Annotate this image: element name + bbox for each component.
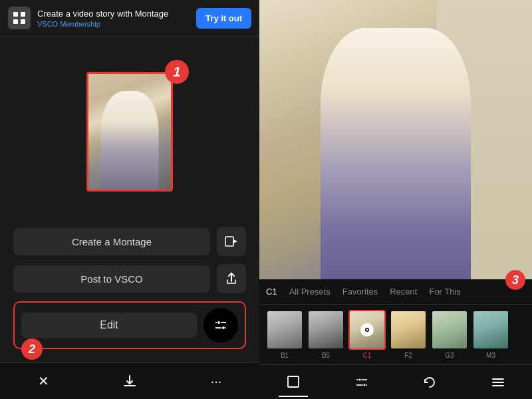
filter-f2[interactable]: F2	[390, 310, 427, 359]
svg-marker-5	[233, 239, 237, 243]
banner-subtitle: VSCO Membership	[37, 20, 190, 28]
right-bottom-bar	[259, 364, 532, 399]
filter-c1-label: C1	[363, 352, 372, 359]
filter-b5-thumb	[307, 310, 344, 350]
svg-rect-2	[13, 19, 18, 24]
tab-favorites[interactable]: Favorites	[342, 284, 378, 299]
svg-rect-0	[13, 12, 18, 17]
tab-c1[interactable]: C1	[266, 284, 277, 299]
try-it-out-button[interactable]: Try it out	[196, 8, 251, 29]
filter-c1[interactable]: C1	[348, 310, 386, 359]
create-montage-row: Create a Montage	[13, 227, 246, 256]
filter-m3-thumb	[472, 310, 509, 350]
edit-button[interactable]: Edit	[21, 313, 197, 338]
post-vsco-button[interactable]: Post to VSCO	[13, 265, 210, 293]
filter-c1-selected-icon	[360, 323, 374, 336]
banner-title: Create a video story with Montage	[37, 9, 190, 19]
download-button[interactable]	[115, 366, 144, 396]
filter-g3-inner	[432, 311, 467, 348]
filter-f2-inner	[391, 311, 426, 348]
filter-b1-inner	[267, 311, 302, 348]
edit-row: 2 Edit	[13, 301, 246, 349]
right-panel: 3 C1 All Presets Favorites Recent For Th…	[259, 0, 532, 399]
tab-for-this[interactable]: For This	[429, 284, 460, 299]
more-icon: ···	[211, 374, 222, 389]
svg-point-9	[222, 327, 225, 330]
svg-point-11	[366, 329, 368, 331]
filter-m3[interactable]: M3	[472, 310, 509, 359]
tool-menu-button[interactable]	[483, 368, 513, 397]
edit-sliders-button[interactable]	[203, 308, 238, 342]
create-montage-icon-button[interactable]	[217, 227, 246, 256]
post-vsco-icon-button[interactable]	[217, 264, 246, 293]
banner-text-block: Create a video story with Montage VSCO M…	[37, 9, 190, 28]
tab-all-presets[interactable]: All Presets	[289, 284, 331, 299]
create-montage-button[interactable]: Create a Montage	[13, 228, 210, 255]
main-photo	[259, 0, 532, 279]
tool-history-button[interactable]	[415, 368, 444, 397]
filter-m3-inner	[473, 311, 508, 348]
filter-g3-thumb	[431, 310, 468, 350]
filter-b5-label: B5	[322, 352, 330, 359]
montage-icon	[8, 7, 31, 29]
badge-2: 2	[21, 338, 43, 360]
left-bottom-bar: ✕ ···	[0, 362, 259, 399]
photo-inner	[88, 74, 171, 190]
filter-f2-label: F2	[404, 352, 412, 359]
post-vsco-row: Post to VSCO	[13, 264, 246, 293]
tool-frame-button[interactable]	[279, 368, 308, 397]
close-button[interactable]: ✕	[29, 366, 58, 396]
photo-thumb-wrapper: 1	[86, 72, 173, 192]
filter-f2-thumb	[390, 310, 427, 350]
main-figure	[321, 28, 471, 279]
filter-b5-inner	[309, 311, 343, 348]
filter-b5[interactable]: B5	[307, 310, 344, 359]
filter-c1-thumb	[348, 310, 386, 350]
svg-point-7	[217, 321, 221, 325]
filter-m3-label: M3	[486, 352, 495, 359]
filter-g3[interactable]: G3	[431, 310, 468, 359]
close-icon: ✕	[38, 373, 49, 389]
badge-1: 1	[165, 60, 189, 84]
filter-b1-label: B1	[281, 352, 289, 359]
filter-b1[interactable]: B1	[266, 310, 303, 359]
svg-point-16	[363, 384, 366, 386]
svg-rect-4	[225, 237, 233, 246]
left-panel: Create a video story with Montage VSCO M…	[0, 0, 259, 399]
svg-rect-3	[21, 19, 25, 24]
photo-thumbnail[interactable]	[86, 72, 173, 192]
top-banner: Create a video story with Montage VSCO M…	[0, 0, 259, 37]
more-options-button[interactable]: ···	[201, 366, 231, 396]
photo-figure	[101, 91, 159, 190]
tab-recent[interactable]: Recent	[390, 284, 417, 299]
filter-strip: B1 B5 C1	[259, 305, 532, 364]
filter-g3-label: G3	[445, 352, 454, 359]
presets-tabs: 3 C1 All Presets Favorites Recent For Th…	[259, 279, 532, 305]
tool-adjust-button[interactable]	[347, 368, 376, 397]
svg-rect-12	[288, 376, 299, 387]
filter-b1-thumb	[266, 310, 303, 350]
action-area: Create a Montage Post to VSCO 2 Edit	[0, 227, 259, 362]
photo-area: 1	[0, 37, 259, 227]
badge-3: 3	[505, 270, 525, 290]
svg-point-14	[358, 378, 361, 381]
svg-rect-1	[21, 12, 25, 17]
